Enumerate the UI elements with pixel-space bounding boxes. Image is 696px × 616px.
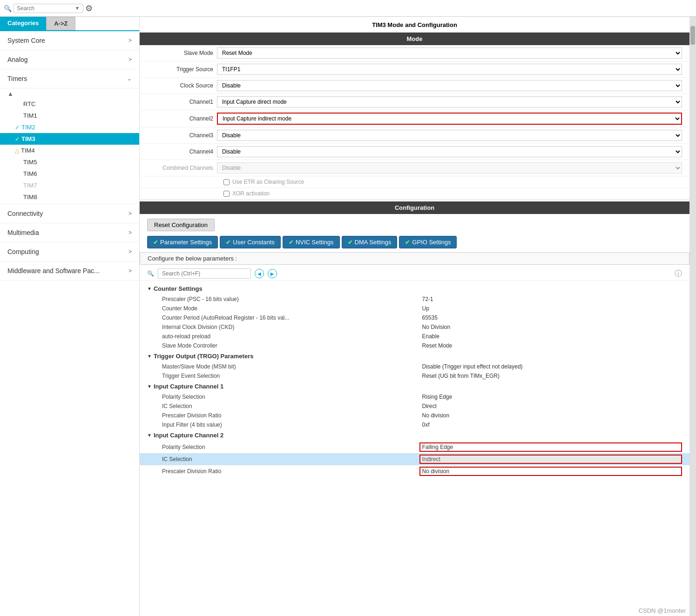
check-icon: ✓ [15,124,20,131]
submenu-item-tim8[interactable]: TIM8 [0,191,139,203]
chevron-right-icon: > [128,210,132,217]
channel2-select[interactable]: Input Capture indirect mode [217,113,682,125]
clock-source-row: Clock Source Disable [140,78,689,94]
tab-dma-settings[interactable]: ✔ DMA Settings [342,236,398,248]
timers-submenu: ▲ RTC TIM1 ✓ TIM2 ✓ TIM3 [0,88,139,204]
submenu-item-tim7[interactable]: TIM7 [0,180,139,191]
expand-icon: ▼ [147,384,152,389]
xor-activation-row: XOR activation [140,188,689,200]
submenu-item-tim5[interactable]: TIM5 [0,156,139,168]
combined-channels-row: Combined Channels Disable [140,160,689,176]
indirect-value: Indirect [419,455,682,464]
slave-mode-row: Slave Mode Reset Mode [140,45,689,61]
expand-icon: ▼ [147,286,152,291]
channel1-select[interactable]: Input Capture direct mode [217,96,682,107]
search-small-icon: 🔍 [147,270,154,277]
config-section-header: Configuration [140,201,689,214]
tab-user-constants[interactable]: ✔ User Constants [220,236,281,248]
chevron-right-icon: > [128,268,132,274]
config-tabs-bar: ✔ Parameter Settings ✔ User Constants ✔ … [140,236,689,248]
sidebar: Categories A->Z System Core > Analog > T… [0,17,140,616]
sidebar-item-connectivity[interactable]: Connectivity > [0,204,139,223]
submenu-item-rtc[interactable]: RTC [0,98,139,110]
configure-label: Configure the below parameters : [140,252,689,265]
clock-source-select[interactable]: Disable [217,80,682,91]
tab-gpio-settings[interactable]: ✔ GPIO Settings [399,236,457,248]
tab-check-icon: ✔ [405,239,410,246]
nav-prev-button[interactable]: ◀ [255,269,264,278]
tab-az[interactable]: A->Z [46,17,75,30]
mode-section-header: Mode [140,33,689,45]
scrollbar[interactable] [689,17,696,616]
param-row-prescaler-ch2: Prescaler Division Ratio No division [140,465,689,477]
chevron-right-icon: > [128,248,132,255]
params-search-input[interactable] [158,268,251,279]
slave-mode-select[interactable]: Reset Mode [217,47,682,59]
tab-parameter-settings[interactable]: ✔ Parameter Settings [147,236,218,248]
param-row: Prescaler Division Ratio No division [140,411,689,420]
submenu-item-tim3[interactable]: ✓ TIM3 [0,133,139,145]
xor-activation-checkbox[interactable] [223,191,230,197]
sidebar-item-system-core[interactable]: System Core > [0,31,139,50]
tab-check-icon: ✔ [153,239,158,246]
channel3-row: Channel3 Disable [140,127,689,144]
nav-next-button[interactable]: ▶ [268,269,277,278]
sort-up-icon: ▲ [7,90,14,97]
param-row: Counter Period (AutoReload Register - 16… [140,313,689,322]
tab-categories[interactable]: Categories [0,17,46,30]
tab-check-icon: ✔ [289,239,294,246]
tab-check-icon: ✔ [348,239,353,246]
reset-configuration-button[interactable]: Reset Configuration [147,219,215,231]
channel4-select[interactable]: Disable [217,146,682,157]
input-capture-ch2-header[interactable]: ▼ Input Capture Channel 2 [140,429,689,441]
chevron-right-icon: > [128,229,132,236]
page-title: TIM3 Mode and Configuration [140,17,689,33]
submenu-item-tim4[interactable]: △ TIM4 [0,145,139,156]
chevron-right-icon: > [128,37,132,44]
falling-edge-value: Falling Edge [419,442,682,452]
trigger-output-group: ▼ Trigger Output (TRGO) Parameters Maste… [140,350,689,381]
input-capture-ch1-header[interactable]: ▼ Input Capture Channel 1 [140,381,689,392]
submenu-item-tim2[interactable]: ✓ TIM2 [0,121,139,133]
submenu-item-tim6[interactable]: TIM6 [0,168,139,180]
sidebar-item-multimedia[interactable]: Multimedia > [0,223,139,242]
chevron-down-icon: ⌄ [127,75,132,82]
param-row: Trigger Event Selection Reset (UG bit fr… [140,371,689,381]
use-etr-checkbox[interactable] [223,179,230,185]
submenu-item-tim1[interactable]: TIM1 [0,110,139,121]
tab-nvic-settings[interactable]: ✔ NVIC Settings [283,236,340,248]
channel4-row: Channel4 Disable [140,144,689,160]
search-icon: 🔍 [4,5,12,12]
tab-check-icon: ✔ [226,239,231,246]
param-row: Master/Slave Mode (MSM bit) Disable (Tri… [140,362,689,371]
param-row-polarity-ch2: Polarity Selection Falling Edge [140,441,689,453]
sidebar-item-computing[interactable]: Computing > [0,242,139,261]
channel1-row: Channel1 Input Capture direct mode [140,94,689,110]
info-icon: ⓘ [675,269,682,279]
sidebar-item-middleware[interactable]: Middleware and Software Pac... > [0,261,139,281]
params-search-bar: 🔍 ◀ ▶ ⓘ [140,267,689,281]
gear-icon[interactable]: ⚙ [85,3,93,13]
param-row: Prescaler (PSC - 16 bits value) 72-1 [140,295,689,304]
channel3-select[interactable]: Disable [217,130,682,141]
combined-channels-select[interactable]: Disable [217,162,682,174]
sidebar-item-timers[interactable]: Timers ⌄ [0,69,139,88]
param-row: Polarity Selection Rising Edge [140,392,689,402]
param-row-ic-selection-ch2[interactable]: IC Selection Indirect [140,453,689,465]
main-content: TIM3 Mode and Configuration Mode Slave M… [140,17,689,616]
param-row: Slave Mode Controller Reset Mode [140,341,689,350]
dropdown-icon: ▼ [75,6,80,11]
check-shield-icon: ✓ [15,136,20,142]
param-row: Internal Clock Division (CKD) No Divisio… [140,322,689,332]
no-division-value: No division [419,467,682,476]
search-input[interactable] [14,4,83,13]
sidebar-item-analog[interactable]: Analog > [0,50,139,69]
trigger-source-select[interactable]: TI1FP1 [217,64,682,75]
warning-icon: △ [15,147,19,154]
trigger-output-header[interactable]: ▼ Trigger Output (TRGO) Parameters [140,350,689,362]
param-row: IC Selection Direct [140,402,689,411]
counter-settings-header[interactable]: ▼ Counter Settings [140,283,689,295]
trigger-source-row: Trigger Source TI1FP1 [140,61,689,78]
expand-icon: ▼ [147,354,152,359]
param-row: auto-reload preload Enable [140,332,689,341]
